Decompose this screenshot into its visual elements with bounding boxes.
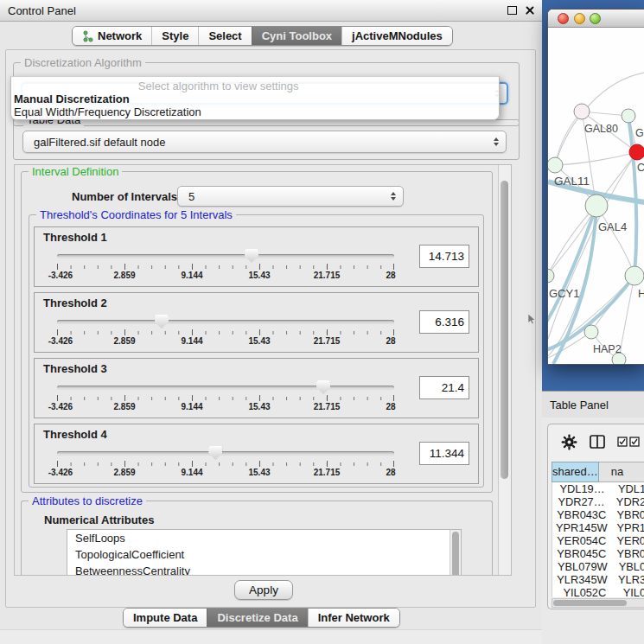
float-window-icon[interactable]	[507, 6, 517, 15]
network-graph: GAL80 G C GAL11 GAL4 GCY1 H HAP2	[548, 28, 644, 364]
table-row[interactable]: YLR345WYLR3	[552, 573, 644, 586]
table-row[interactable]: YER054CYER0	[552, 534, 644, 547]
group-title: Interval Definition	[29, 165, 122, 178]
table-row[interactable]: YBR043CYBR0	[552, 508, 644, 521]
dropdown-option-equal-width-frequency[interactable]: Equal Width/Frequency Discretization	[14, 105, 201, 118]
mac-close-button[interactable]	[558, 13, 569, 24]
tab-style[interactable]: Style	[151, 27, 198, 45]
slider-thumb[interactable]	[245, 249, 258, 263]
settings-gear-icon[interactable]	[561, 434, 577, 450]
tab-network[interactable]: Network	[73, 27, 151, 45]
desktop-background: GAL80 G C GAL11 GAL4 GCY1 H HAP2 Table P…	[542, 0, 644, 644]
table-data-combobox[interactable]: galFiltered.sif default node	[22, 131, 507, 153]
table-row[interactable]: YPR145WYPR1	[552, 521, 644, 534]
threshold-3-value-field[interactable]	[419, 376, 469, 399]
split-columns-icon[interactable]	[590, 435, 605, 449]
close-icon[interactable]	[525, 5, 535, 16]
table-panel-body: shared… na YDL19…YDL1 YDR27…YDR2 YBR043C…	[542, 418, 644, 644]
slider-tick-labels: -3.4262.8599.14415.4321.71528	[57, 402, 394, 414]
dropdown-option-manual-discretization[interactable]: Manual Discretization	[14, 92, 130, 105]
table-row[interactable]: YDL19…YDL1	[552, 482, 644, 495]
interval-definition-group: Interval Definition Number of Intervals …	[21, 171, 493, 493]
number-of-intervals-label: Number of Intervals	[72, 190, 177, 203]
threshold-1-value-field[interactable]	[419, 245, 469, 268]
number-of-intervals-combobox[interactable]: 5	[177, 186, 404, 207]
list-scrollbar[interactable]	[450, 530, 461, 576]
tab-infer-network[interactable]: Infer Network	[308, 609, 399, 627]
tab-discretize-data[interactable]: Discretize Data	[207, 609, 307, 627]
table-panel-inner: shared… na YDL19…YDL1 YDR27…YDR2 YBR043C…	[547, 424, 644, 609]
threshold-4-slider[interactable]: -3.4262.8599.14415.4321.71528	[57, 443, 394, 481]
slider-thumb[interactable]	[316, 380, 330, 394]
slider-track[interactable]	[57, 386, 394, 390]
slider-tick-labels: -3.4262.8599.14415.4321.71528	[57, 468, 394, 480]
mac-zoom-button[interactable]	[590, 13, 601, 24]
network-canvas[interactable]: GAL80 G C GAL11 GAL4 GCY1 H HAP2	[548, 28, 644, 364]
list-scrollbar-thumb[interactable]	[452, 532, 459, 576]
table-row[interactable]: YBL079WYBL0	[552, 560, 644, 573]
table-row[interactable]: YBR045CYBR0	[552, 547, 644, 560]
node-label: GAL80	[584, 123, 618, 135]
node-label: H	[638, 287, 644, 300]
slider-major-ticks	[57, 461, 394, 467]
tab-cyni-toolbox[interactable]: Cyni Toolbox	[252, 27, 341, 45]
table-panel-toolbar	[548, 424, 644, 459]
node-gal80[interactable]	[574, 104, 590, 119]
table-panel-title: Table Panel	[550, 399, 609, 411]
settings-scrollbar[interactable]	[498, 165, 511, 575]
threshold-3-slider[interactable]: -3.4262.8599.14415.4321.71528	[57, 378, 394, 416]
select-columns-checkboxes-icon[interactable]	[617, 437, 640, 447]
slider-track[interactable]	[57, 320, 394, 324]
threshold-2-slider[interactable]: -3.4262.8599.14415.4321.71528	[57, 312, 394, 350]
node-gal11[interactable]	[548, 157, 563, 173]
node-cut-right-mid[interactable]	[625, 266, 644, 285]
node-gal4[interactable]	[585, 194, 608, 217]
table-row[interactable]: YIL052CYIL0	[552, 586, 644, 597]
node-hap2[interactable]	[584, 325, 598, 339]
threshold-1-card: Threshold 1 -3.4262.8599.14415.4321.7152…	[34, 226, 479, 287]
slider-track[interactable]	[57, 451, 394, 456]
cyni-toolbox-panel: Discretization Algorithm Select algorith…	[5, 49, 536, 608]
network-window-titlebar[interactable]	[548, 10, 644, 28]
node-label: C	[637, 162, 644, 174]
table-panel-titlebar: Table Panel	[542, 391, 644, 418]
slider-thumb[interactable]	[208, 446, 222, 460]
node-cut-right-top[interactable]	[622, 109, 635, 123]
node-label: GAL4	[598, 220, 627, 233]
threshold-3-card: Threshold 3 -3.4262.8599.14415.4321.7152…	[34, 358, 479, 418]
threshold-2-value-field[interactable]	[419, 310, 469, 334]
node-selected-red[interactable]	[629, 144, 644, 160]
algorithm-dropdown-popup: Select algorithm to view settings Manual…	[10, 76, 500, 120]
list-item[interactable]: TopologicalCoefficient	[67, 546, 461, 563]
tab-select[interactable]: Select	[198, 27, 251, 45]
mac-minimize-button[interactable]	[574, 13, 585, 24]
slider-track[interactable]	[57, 254, 394, 258]
table-scrollbar-thumb[interactable]	[553, 600, 627, 606]
combo-stepper-icon	[391, 192, 396, 201]
tab-jactivemnodules[interactable]: jActiveMNodules	[341, 27, 452, 45]
list-item[interactable]: SelfLoops	[67, 530, 461, 546]
node-label: GCY1	[549, 287, 579, 300]
threshold-4-value-field[interactable]	[419, 442, 469, 465]
table-horizontal-scrollbar[interactable]	[552, 598, 644, 608]
node-gcy1[interactable]	[548, 269, 554, 283]
node-label: HAP2	[593, 343, 622, 355]
apply-button[interactable]: Apply	[234, 580, 293, 600]
numerical-attributes-list: SelfLoops TopologicalCoefficient Between…	[67, 529, 462, 576]
network-view-window: GAL80 G C GAL11 GAL4 GCY1 H HAP2	[547, 9, 644, 365]
combo-stepper-icon	[494, 137, 499, 146]
settings-scroll-area: Interval Definition Number of Intervals …	[14, 164, 512, 576]
bottom-tab-bar: Impute Data Discretize Data Infer Networ…	[123, 608, 400, 628]
column-header-name[interactable]: na	[599, 462, 644, 482]
column-header-shared-name[interactable]: shared…	[552, 462, 599, 482]
settings-scrollbar-thumb[interactable]	[501, 181, 508, 479]
threshold-1-slider[interactable]: -3.4262.8599.14415.4321.71528	[57, 246, 394, 284]
group-title: Threshold's Coordinates for 5 Intervals	[36, 208, 236, 221]
tab-impute-data[interactable]: Impute Data	[124, 609, 207, 627]
list-item[interactable]: BetweennessCentrality	[67, 563, 461, 576]
numerical-attributes-label: Numerical Attributes	[44, 513, 154, 526]
slider-thumb[interactable]	[155, 315, 169, 328]
group-title: Discretization Algorithm	[21, 56, 145, 69]
table-row[interactable]: YDR27…YDR2	[552, 495, 644, 508]
number-of-intervals-value: 5	[188, 190, 194, 203]
